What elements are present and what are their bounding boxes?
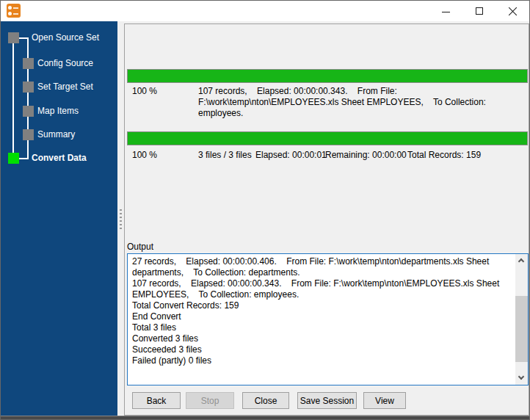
step-square-map-items	[23, 106, 34, 117]
window-bottom-edge	[1, 416, 529, 420]
close-button[interactable]: Close	[242, 392, 289, 409]
title-bar[interactable]	[1, 1, 529, 21]
tree-connector-line	[12, 43, 14, 153]
step-square-summary	[23, 129, 34, 140]
minimize-icon	[442, 12, 450, 12]
overall-progress-elapsed: Elapsed: 00:00:01	[255, 150, 327, 161]
file-progress-percent: 100 %	[132, 86, 157, 97]
step-label-open-source-set: Open Source Set	[32, 32, 99, 43]
app-icon-bar	[13, 7, 18, 9]
file-progress-bar	[127, 69, 528, 83]
output-log-box[interactable]: 27 records, Elapsed: 00:00:00.406. From …	[127, 253, 529, 385]
close-icon	[508, 7, 518, 17]
splitter-grip-icon	[120, 209, 122, 231]
convert-progress-panel: 100 % 107 records, Elapsed: 00:00:00.343…	[124, 23, 529, 416]
chevron-up-icon	[518, 258, 524, 264]
step-square-open-source-set	[8, 32, 19, 43]
step-label-config-source: Config Source	[37, 58, 93, 69]
app-icon-bar	[13, 13, 18, 15]
chevron-down-icon	[518, 374, 524, 380]
overall-progress-total-records: Total Records: 159	[407, 150, 481, 161]
sidebar-splitter[interactable]	[117, 21, 124, 416]
overall-progress-bar	[127, 131, 528, 145]
overall-progress-remaining: Remaining: 00:00:00	[325, 150, 407, 161]
output-label: Output	[127, 242, 153, 253]
step-square-set-target-set	[23, 82, 34, 93]
output-log-text: 27 records, Elapsed: 00:00:00.406. From …	[128, 255, 514, 381]
maximize-icon	[476, 7, 483, 15]
file-progress-fill	[128, 70, 527, 82]
step-label-map-items: Map Items	[37, 106, 79, 117]
step-label-summary: Summary	[37, 129, 75, 140]
stop-button[interactable]: Stop	[186, 392, 234, 409]
convert-data-window: Open Source Set Config Source Set Target…	[0, 0, 530, 420]
save-session-button[interactable]: Save Session	[297, 392, 357, 409]
overall-progress-percent: 100 %	[132, 150, 157, 161]
back-button[interactable]: Back	[132, 392, 181, 409]
tree-connector-line	[19, 158, 28, 159]
step-square-convert-data-active	[8, 153, 19, 164]
output-scrollbar[interactable]	[515, 254, 528, 385]
step-label-convert-data: Convert Data	[32, 153, 87, 164]
file-progress-detail: 107 records, Elapsed: 00:00:00.343. From…	[198, 86, 530, 119]
tree-connector-line	[27, 37, 29, 159]
step-label-set-target-set: Set Target Set	[37, 82, 93, 93]
close-window-button[interactable]	[496, 1, 530, 21]
scroll-down-icon[interactable]	[515, 372, 528, 385]
app-icon-dot	[8, 6, 12, 10]
step-square-config-source	[23, 58, 34, 69]
minimize-button[interactable]	[429, 1, 462, 21]
maximize-button[interactable]	[462, 1, 496, 21]
overall-progress-files: 3 files / 3 files	[198, 150, 252, 161]
scrollbar-thumb[interactable]	[515, 296, 528, 362]
app-icon-dot	[8, 12, 12, 15]
view-button[interactable]: View	[363, 392, 406, 409]
wizard-steps-sidebar: Open Source Set Config Source Set Target…	[1, 21, 117, 416]
overall-progress-fill	[128, 132, 527, 145]
app-icon[interactable]	[7, 4, 21, 18]
scroll-up-icon[interactable]	[515, 254, 528, 267]
